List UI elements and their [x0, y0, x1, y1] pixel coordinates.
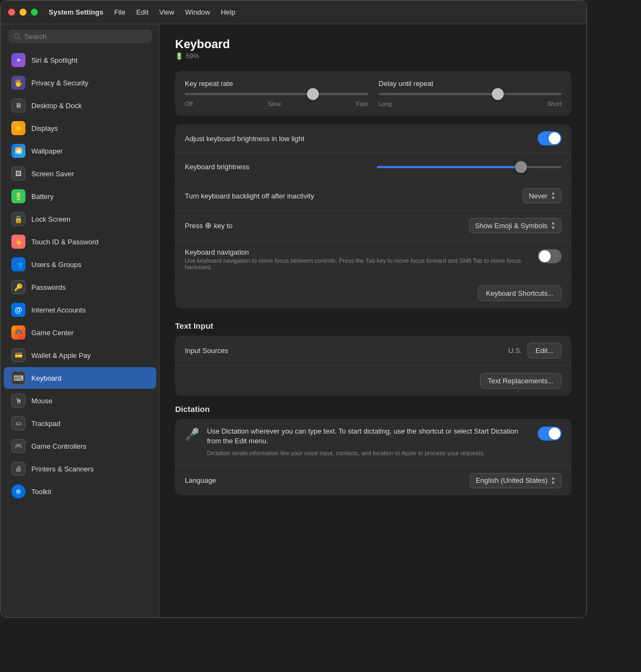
- sidebar-label-internet-accounts: Internet Accounts: [31, 306, 85, 314]
- sidebar-label-touch-id: Touch ID & Password: [31, 238, 98, 246]
- sidebar-label-displays: Displays: [31, 124, 58, 132]
- menu-help[interactable]: Help: [221, 8, 236, 16]
- lock-screen-icon: 🔒: [11, 212, 25, 226]
- edit-button[interactable]: Edit...: [528, 343, 562, 358]
- close-button[interactable]: [8, 9, 15, 16]
- privacy-security-icon: 🖐: [11, 76, 25, 90]
- sidebar-label-game-controllers: Game Controllers: [31, 442, 86, 450]
- search-icon: [14, 33, 21, 41]
- sidebar-label-wallet: Wallet & Apple Pay: [31, 351, 91, 360]
- dictation-section-title: Dictation: [175, 404, 571, 414]
- sidebar-item-lock-screen[interactable]: 🔒 Lock Screen: [4, 208, 156, 230]
- language-right: English (United States) ▲▼: [470, 473, 562, 488]
- sidebar-item-users-groups[interactable]: 👥 Users & Groups: [4, 254, 156, 275]
- menu-app-name[interactable]: System Settings: [49, 8, 103, 16]
- press-globe-right: Show Emoji & Symbols ▲▼: [469, 218, 562, 233]
- sidebar-item-game-controllers[interactable]: 🎮 Game Controllers: [4, 435, 156, 457]
- delay-repeat-labels: Long Short: [379, 101, 562, 107]
- search-input[interactable]: [24, 32, 146, 41]
- off-label: Off: [185, 101, 192, 107]
- sidebar-item-game-center[interactable]: 🎮 Game Center: [4, 322, 156, 343]
- titlebar: System Settings File Edit View Window He…: [1, 1, 586, 24]
- sidebar-item-mouse[interactable]: 🖱 Mouse: [4, 390, 156, 411]
- game-controllers-icon: 🎮: [11, 439, 25, 453]
- delay-repeat-track: [379, 93, 562, 95]
- backlight-value: Never: [529, 192, 547, 200]
- toolkit-icon: ⊕: [11, 484, 25, 498]
- content-area: Keyboard 🔋 69% Key repeat rate Off Slow …: [160, 24, 586, 617]
- sidebar-item-displays[interactable]: ☀️ Displays: [4, 117, 156, 139]
- maximize-button[interactable]: [31, 9, 38, 16]
- keyboard-nav-row: Keyboard navigation Use keyboard navigat…: [175, 241, 571, 278]
- globe-key-arrows: ▲▼: [551, 221, 556, 230]
- sidebar-label-siri: Siri & Spotlight: [31, 56, 77, 64]
- mouse-icon: 🖱: [11, 394, 25, 408]
- search-box: [8, 30, 152, 43]
- long-label: Long: [379, 101, 392, 107]
- sidebar-item-desktop-dock[interactable]: 🖥 Desktop & Dock: [4, 95, 156, 116]
- sidebar-item-privacy-security[interactable]: 🖐 Privacy & Security: [4, 72, 156, 94]
- game-center-icon: 🎮: [11, 325, 25, 340]
- menu-window[interactable]: Window: [185, 8, 210, 16]
- input-sources-right: U.S. Edit...: [508, 343, 562, 358]
- keyboard-nav-toggle[interactable]: [538, 249, 562, 263]
- minimize-button[interactable]: [19, 9, 26, 16]
- backlight-stepper[interactable]: Never ▲▼: [523, 188, 562, 203]
- wallet-icon: 💳: [11, 348, 25, 362]
- input-sources-value: U.S.: [508, 347, 522, 355]
- sidebar-item-wallpaper[interactable]: 🌅 Wallpaper: [4, 140, 156, 162]
- menu-bar: System Settings File Edit View Window He…: [49, 8, 235, 16]
- dictation-toggle-knob: [549, 428, 560, 440]
- sidebar-item-screen-saver[interactable]: 🖼 Screen Saver: [4, 163, 156, 184]
- sidebar-item-printers-scanners[interactable]: 🖨 Printers & Scanners: [4, 458, 156, 480]
- key-repeat-card: Key repeat rate Off Slow Fast Delay unti…: [175, 71, 571, 116]
- delay-repeat-label: Delay until repeat: [379, 79, 562, 88]
- sidebar-label-privacy: Privacy & Security: [31, 79, 88, 87]
- key-repeat-fill: [185, 93, 313, 95]
- sidebar-item-wallet-apple-pay[interactable]: 💳 Wallet & Apple Pay: [4, 344, 156, 366]
- two-sliders-row: Key repeat rate Off Slow Fast Delay unti…: [175, 71, 571, 116]
- sidebar-item-keyboard[interactable]: ⌨ Keyboard: [4, 367, 156, 389]
- dictation-sub-text: Dictation sends information like your vo…: [207, 449, 523, 457]
- adjust-brightness-toggle[interactable]: [538, 131, 562, 145]
- sidebar-item-touch-id[interactable]: 👆 Touch ID & Password: [4, 231, 156, 252]
- sidebar-item-battery[interactable]: 🔋 Battery: [4, 185, 156, 207]
- sidebar-item-trackpad[interactable]: ▭ Trackpad: [4, 412, 156, 434]
- kb-brightness-thumb[interactable]: [515, 161, 527, 173]
- sidebar-item-toolkit[interactable]: ⊕ Toolkit: [4, 481, 156, 502]
- delay-repeat-thumb[interactable]: [492, 88, 504, 100]
- globe-key-stepper[interactable]: Show Emoji & Symbols ▲▼: [469, 218, 562, 233]
- menu-view[interactable]: View: [159, 8, 175, 16]
- trackpad-icon: ▭: [11, 416, 25, 430]
- wallpaper-icon: 🌅: [11, 144, 25, 158]
- sidebar-item-siri-spotlight[interactable]: ✦ Siri & Spotlight: [4, 49, 156, 71]
- turn-off-backlight-right: Never ▲▼: [523, 188, 562, 203]
- touch-id-icon: 👆: [11, 235, 25, 249]
- desktop-dock-icon: 🖥: [11, 98, 25, 112]
- dictation-toggle[interactable]: [538, 427, 562, 441]
- dictation-card: 🎤 Use Dictation wherever you can type te…: [175, 419, 571, 495]
- menu-file[interactable]: File: [114, 8, 125, 16]
- adjust-brightness-right: [538, 131, 562, 145]
- text-replacements-button[interactable]: Text Replacements...: [480, 373, 562, 389]
- sidebar-item-internet-accounts[interactable]: @ Internet Accounts: [4, 299, 156, 321]
- battery-icon-text: 🔋: [175, 52, 183, 60]
- sidebar: ✦ Siri & Spotlight 🖐 Privacy & Security …: [1, 24, 160, 617]
- users-groups-icon: 👥: [11, 257, 25, 271]
- sidebar-label-screen-saver: Screen Saver: [31, 170, 74, 178]
- text-replacements-row: Text Replacements...: [175, 366, 571, 396]
- sidebar-label-game-center: Game Center: [31, 329, 74, 337]
- keyboard-shortcuts-button[interactable]: Keyboard Shortcuts...: [478, 285, 562, 301]
- dictation-wrapper: Dictation 🎤 Use Dictation wherever you c…: [175, 404, 571, 495]
- sidebar-item-passwords[interactable]: 🔑 Passwords: [4, 276, 156, 298]
- language-stepper[interactable]: English (United States) ▲▼: [470, 473, 562, 488]
- kb-brightness-track: [377, 166, 562, 168]
- keyboard-nav-desc: Use keyboard navigation to move focus be…: [185, 257, 530, 270]
- sidebar-label-desktop-dock: Desktop & Dock: [31, 102, 82, 110]
- key-repeat-thumb[interactable]: [307, 88, 319, 100]
- adjust-brightness-label: Adjust keyboard brightness in low light: [185, 135, 531, 143]
- delay-repeat-fill: [379, 93, 498, 95]
- sidebar-label-wallpaper: Wallpaper: [31, 147, 63, 155]
- menu-edit[interactable]: Edit: [136, 8, 148, 16]
- sidebar-label-lock-screen: Lock Screen: [31, 215, 70, 223]
